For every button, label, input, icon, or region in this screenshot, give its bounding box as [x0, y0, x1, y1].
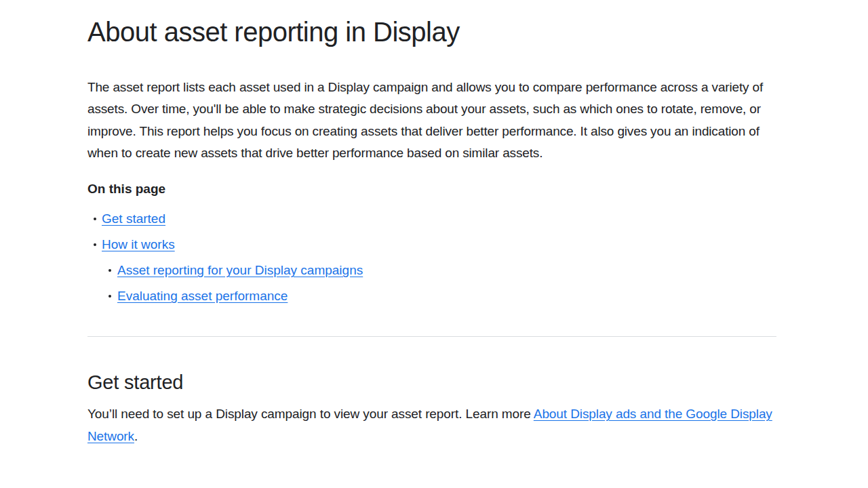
section-divider [87, 336, 776, 337]
toc-list: Get started How it works Asset reporting… [87, 206, 776, 309]
toc-item: Evaluating asset performance [87, 283, 776, 309]
toc-item: Get started [87, 206, 776, 232]
page-title: About asset reporting in Display [87, 15, 776, 49]
on-this-page-heading: On this page [87, 182, 776, 197]
section-heading-get-started: Get started [87, 370, 776, 394]
toc-link-evaluating-asset-performance[interactable]: Evaluating asset performance [117, 289, 288, 303]
paragraph-text-before-link: You’ll need to set up a Display campaign… [87, 407, 534, 421]
toc-link-get-started[interactable]: Get started [102, 211, 165, 226]
toc-link-how-it-works[interactable]: How it works [102, 237, 175, 251]
toc-item: Asset reporting for your Display campaig… [87, 258, 776, 283]
help-article: About asset reporting in Display The ass… [87, 15, 776, 447]
toc-item: How it works [87, 232, 776, 258]
toc-link-asset-reporting-display-campaigns[interactable]: Asset reporting for your Display campaig… [117, 263, 363, 277]
get-started-paragraph: You’ll need to set up a Display campaign… [87, 403, 776, 447]
intro-paragraph: The asset report lists each asset used i… [87, 77, 776, 164]
paragraph-text-after-link: . [134, 429, 138, 443]
